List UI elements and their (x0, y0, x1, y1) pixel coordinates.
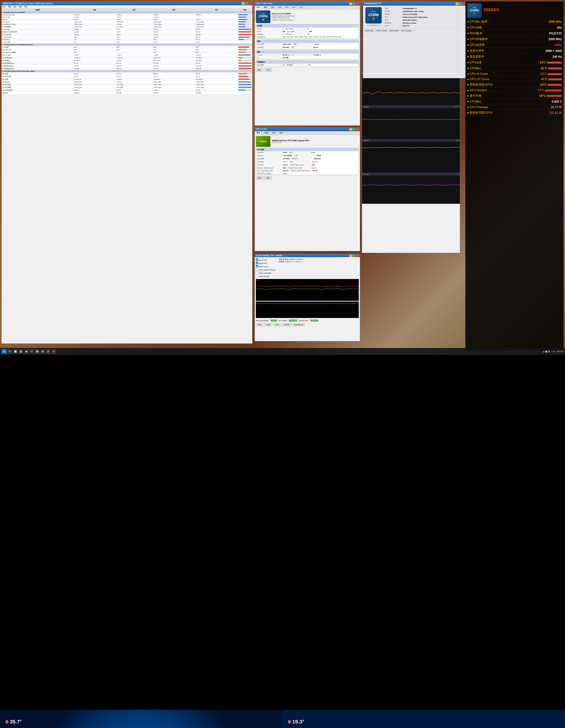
gpuz-tab-validation[interactable]: 验证 (271, 131, 278, 135)
remaining-battery-label: Remaining Battery: (256, 320, 269, 322)
table-row: 显卡NVIDIA GeForce RTX 4060 Laptop (384, 16, 465, 19)
sysinfo-max[interactable]: □ (459, 3, 462, 5)
tab-mainboard[interactable]: 主板 (269, 6, 276, 9)
cpuz-cores-section: 处理器核心 核心数量 14 线程数量 20 (256, 60, 359, 67)
cpuz-processor-section: 处理器 Family 6 Ext. Family 6 Model 186 Ext… (256, 24, 359, 39)
table-row: CPU (IA) Core VIDs0.784 V0.762 V1.083 V0… (2, 14, 252, 16)
tray-icons: 🔊 📶 🔋 (542, 351, 550, 353)
taskbar-app-2[interactable]: 📁 (24, 349, 29, 354)
col-avg: 平均 (195, 9, 238, 11)
sysinfo-min[interactable]: − (456, 3, 459, 5)
sysinfo-close[interactable]: × (462, 3, 465, 5)
table-row: GPU内存频率2,002.2 MHz101.5 MHz2,002.5 MHz1,… (2, 83, 252, 86)
hwinfo-window[interactable]: HWiNFO64 v7.70-5290 Sensor Status (3594 … (1, 1, 253, 344)
table-row: G-Core Ratios88.52.4%100.6%88.7% (2, 36, 252, 38)
stat-cpu-multi: ● CPU倍频 20x (467, 25, 562, 30)
table-row: 芯片组Intel(R) Raptor Lake-S (PKG) (384, 10, 465, 13)
table-row: CPU (IA) Core (最新)59°C—61°C58°C (2, 51, 252, 54)
tab-spd[interactable]: SPD (283, 6, 290, 9)
aida-window[interactable]: System Stability Test - AIDA64 − □ × Str… (255, 254, 360, 341)
cpu2-section-header: ▼ CPU [#1]: Intel Core i9-13900H: Enhanc… (2, 43, 252, 46)
aida-stop-btn[interactable]: Stop (256, 323, 263, 326)
aida-clear-btn[interactable]: Clear (265, 323, 273, 326)
table-row: VDD TX 电压1.100 V1.100 V1.100 V1.100 V (2, 54, 252, 56)
menu-settings[interactable]: 设置 (19, 6, 22, 8)
intel-core-badge: intel CORe i9 (365, 7, 382, 23)
cpuz-title-text: CPU-Z 2.09.0-x64.8 (256, 3, 272, 5)
stress-cpu-check[interactable] (256, 258, 258, 261)
cpuz-close[interactable]: × (356, 3, 359, 5)
stress-gpu-check[interactable] (256, 275, 258, 277)
table-row: BIOSPI121T22 (384, 25, 465, 27)
cpu-section-header: ▼ CPU [#0]: Intel Core i9-13900H (2, 11, 252, 14)
gpuz-tab-advanced[interactable]: 高级 (278, 131, 285, 135)
table-row: 最大的CPU活跃使用率100.0%12.6%100.0%99.7% (2, 31, 252, 33)
start-button[interactable]: ⊞ (1, 349, 7, 354)
tab-about[interactable]: 关于 (298, 6, 305, 9)
aida-max[interactable]: □ (352, 255, 355, 257)
stat-gpu-total-power: ● 图形处理器(GPU) 131.81 W (467, 110, 562, 115)
table-row: Core Clocks1,865.1 MHz799.0 MHz3,207.1 M… (2, 21, 252, 23)
hwinfo-body: 传感器 当前 最小 最大 平均 图表 ▼ CPU [#0]: Intel Cor… (2, 9, 252, 341)
stat-cpu-freq: ● CPU核心频率 1995 MHz (467, 19, 562, 24)
tab-graphics[interactable]: 显卡 (290, 6, 298, 9)
cpuz-validate-btn[interactable]: 验证 (256, 68, 263, 72)
core-badge-big: CORe (368, 13, 378, 17)
aida-cpuid-btn[interactable]: CPUID (282, 323, 291, 326)
gpuz-minimize[interactable]: − (349, 128, 352, 131)
cpuz-titlebar: CPU-Z 2.09.0-x64.8 − □ × (255, 2, 360, 6)
menu-help[interactable]: 帮助 (24, 6, 27, 8)
gpuz-body: NVIDIA NVIDIA GeForce RTX 4060 Laptop GP… (255, 135, 360, 181)
gpuz-tab-graphics[interactable]: 显卡 (255, 131, 262, 135)
aida-prefs-btn[interactable]: Preferences (292, 323, 305, 326)
tab-cache[interactable]: 缓存 (262, 6, 269, 9)
taskview-button[interactable]: ⬜ (13, 349, 18, 354)
tab-cpu[interactable]: CPU (255, 6, 262, 9)
taskbar-date: 2024/2/5 (556, 351, 564, 353)
stress-fpu-check[interactable] (256, 262, 258, 264)
cpuz-minimize[interactable]: − (349, 3, 352, 5)
menu-view[interactable]: 查看 (8, 6, 11, 8)
taskbar-app-3[interactable]: 🔵 (29, 349, 34, 354)
taskbar-app-7[interactable]: ⚡ (51, 349, 56, 354)
stress-fpu-label: Stress FPU (259, 262, 267, 264)
core-model-text: i9 (262, 18, 264, 21)
gpuz-login-btn[interactable]: 登录 (264, 176, 272, 180)
taskbar-app-5[interactable]: 🟢 (40, 349, 45, 354)
cpu-name: Intel Core i9-13900H (272, 13, 359, 15)
svg-rect-12 (256, 302, 359, 318)
taskbar-app-6[interactable]: 🔴 (46, 349, 51, 354)
menu-file[interactable]: 文件 (2, 6, 6, 8)
gpuz-maximize[interactable]: □ (352, 128, 355, 131)
sysinfo-details: 主板THUNDEROBOT Ti7 芯片组Intel(R) Raptor Lak… (384, 7, 465, 27)
aida-checkboxes: Stress CPU Stress FPU Stress cache Stres… (256, 258, 275, 278)
cpuz-tools-btn[interactable]: 工具 (265, 68, 272, 72)
gpuz-lookup-btn[interactable]: 查找 (256, 176, 263, 180)
tab-memory[interactable]: 内存 (276, 6, 283, 9)
stress-mem-check[interactable] (256, 268, 258, 270)
cpuz-window[interactable]: CPU-Z 2.09.0-x64.8 − □ × CPU 缓存 主板 内存 SP… (255, 2, 360, 126)
search-button[interactable]: 🔍 (8, 349, 12, 354)
taskbar-app-4[interactable]: 🟡 (35, 349, 40, 354)
minimize-button[interactable]: − (242, 2, 245, 5)
menu-report[interactable]: 报告 (13, 6, 17, 8)
stress-disk-check[interactable] (256, 271, 258, 274)
aida-sync-btn[interactable]: Sync (273, 323, 281, 326)
stress-cache-check[interactable] (256, 265, 258, 267)
aida-close[interactable]: × (356, 255, 359, 257)
taskbar-app-1[interactable]: 💾 (19, 349, 23, 354)
table-row: G功耗限制(动态2)130.0 W100.0 W130.0 W130.0 W (2, 67, 252, 70)
cpuz-maximize[interactable]: □ (352, 3, 355, 5)
stress-cache-label: Stress cache (259, 266, 268, 268)
gpuz-close[interactable]: × (356, 128, 359, 131)
gpuz-window[interactable]: GPU-Z 2.59.0 − □ × 显卡 传感器 验证 高级 NVIDIA N… (255, 127, 360, 251)
gpuz-tab-sensors[interactable]: 传感器 (262, 131, 271, 135)
system-info-window[interactable]: THUNDEROBOT Ti7 − □ × intel CORe i9 THUN… (363, 2, 466, 78)
table-row: Core Usage100.0%0.0%100.0%99.7% (2, 28, 252, 31)
gpu-name: NVIDIA GeForce RTX 4060 Laptop GPU (272, 139, 309, 142)
close-button[interactable]: × (248, 2, 251, 5)
cpuz-buttons: 验证 工具 (256, 68, 359, 72)
maximize-button[interactable]: □ (245, 2, 248, 5)
sysinfo-table: 主板THUNDEROBOT Ti7 芯片组Intel(R) Raptor Lak… (384, 7, 465, 27)
aida-min[interactable]: − (349, 255, 352, 257)
